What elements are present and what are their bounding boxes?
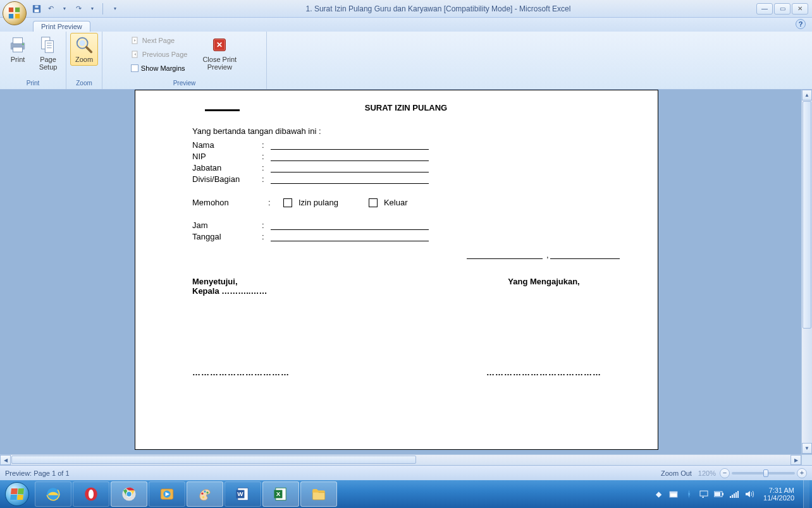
doc-intro: Yang bertanda tangan dibawah ini : [192, 126, 620, 136]
undo-dropdown-icon[interactable]: ▼ [59, 4, 70, 14]
taskbar-explorer[interactable] [300, 481, 337, 507]
svg-rect-1 [15, 8, 20, 12]
zoom-track[interactable] [732, 472, 795, 475]
scroll-down-arrow-icon[interactable]: ▼ [802, 443, 812, 454]
horizontal-scrollbar[interactable]: ◀ ▶ [0, 454, 801, 465]
windows-taskbar: W X ◆ ᚼ 7:31 AM 11/4/2020 [0, 480, 812, 508]
scroll-up-arrow-icon[interactable]: ▲ [802, 90, 812, 100]
zoom-label: Zoom [75, 56, 93, 64]
zoom-plus-button[interactable]: + [797, 468, 807, 478]
field-jam-label: Jam [192, 221, 262, 230]
svg-rect-5 [35, 9, 39, 11]
page-setup-button[interactable]: Page Setup [34, 33, 62, 73]
save-icon[interactable] [32, 4, 42, 14]
status-bar: Preview: Page 1 of 1 Zoom Out 120% − + [0, 465, 812, 480]
svg-rect-2 [9, 14, 13, 18]
field-tanggal-line [271, 233, 429, 241]
volume-icon[interactable] [744, 489, 754, 499]
svg-point-30 [201, 493, 203, 495]
field-tanggal-label: Tanggal [192, 232, 262, 241]
opt-keluar: Keluar [384, 198, 408, 207]
print-button[interactable]: Print [4, 33, 32, 66]
taskbar-word[interactable]: W [225, 481, 261, 507]
undo-icon[interactable]: ↶ [46, 4, 56, 14]
svg-point-10 [22, 44, 23, 45]
network-icon[interactable] [729, 489, 739, 499]
office-button[interactable] [3, 1, 28, 27]
svg-rect-9 [13, 47, 23, 52]
print-label: Print [11, 56, 25, 64]
scroll-left-arrow-icon[interactable]: ◀ [0, 455, 11, 465]
svg-point-27 [126, 492, 131, 496]
tray-app1-icon[interactable]: ◆ [653, 489, 663, 499]
checkbox-icon [131, 64, 138, 72]
start-button[interactable] [0, 480, 34, 508]
close-print-preview-button[interactable]: ✕ Close Print Preview [199, 33, 240, 73]
checkbox-izin-pulang [283, 198, 292, 207]
svg-text:W: W [237, 490, 243, 497]
svg-rect-44 [722, 493, 723, 495]
zoom-out-label[interactable]: Zoom Out [661, 469, 692, 477]
vscroll-thumb[interactable] [803, 101, 811, 329]
svg-rect-48 [734, 493, 735, 498]
tray-clock[interactable]: 7:31 AM 11/4/2020 [760, 487, 798, 502]
previous-page-icon [131, 50, 140, 59]
zoom-minus-button[interactable]: − [720, 468, 730, 478]
field-jabatan-label: Jabatan [192, 163, 262, 172]
scroll-right-arrow-icon[interactable]: ▶ [790, 455, 801, 465]
taskbar-chrome[interactable] [111, 481, 147, 507]
show-desktop-button[interactable] [803, 480, 809, 508]
windows-logo-icon [10, 488, 24, 500]
svg-point-24 [89, 490, 94, 499]
tray-app2-icon[interactable] [668, 489, 679, 499]
zoom-thumb[interactable] [763, 469, 768, 477]
group-preview: Next Page Previous Page Show Margins ✕ C… [102, 32, 267, 89]
print-preview-viewport: SURAT IZIN PULANG Yang bertanda tangan d… [0, 90, 812, 465]
scroll-corner [801, 454, 812, 465]
svg-point-32 [206, 492, 208, 493]
svg-rect-42 [700, 491, 708, 496]
redo-icon[interactable]: ↷ [73, 4, 83, 14]
doc-title: SURAT IZIN PULANG [192, 103, 620, 112]
zoom-percent[interactable]: 120% [698, 469, 716, 477]
svg-rect-6 [35, 5, 38, 8]
zoom-slider[interactable]: − + [720, 468, 807, 478]
redo-dropdown-icon[interactable]: ▼ [87, 4, 97, 14]
action-center-icon[interactable] [699, 489, 709, 499]
svg-text:X: X [276, 490, 281, 497]
svg-rect-46 [730, 496, 731, 498]
ie-icon [45, 486, 61, 502]
close-window-button[interactable]: ✕ [792, 3, 808, 15]
show-margins-checkbox[interactable]: Show Margins [128, 62, 190, 75]
tab-print-preview[interactable]: Print Preview [33, 21, 90, 32]
taskbar-opera[interactable] [73, 481, 109, 507]
svg-point-33 [202, 496, 204, 498]
taskbar-paint[interactable] [187, 481, 223, 507]
minimize-button[interactable]: — [756, 3, 773, 15]
field-nama-line [271, 141, 429, 150]
maximize-button[interactable]: ▭ [774, 3, 790, 15]
svg-point-17 [80, 40, 85, 46]
zoom-button[interactable]: Zoom [70, 33, 98, 66]
field-memohon-label: Memohon [192, 198, 262, 207]
dots-left: …………………………… [192, 368, 290, 377]
svg-point-31 [204, 490, 206, 492]
previous-page-button: Previous Page [128, 48, 190, 61]
hscroll-thumb[interactable] [11, 456, 416, 464]
sign-right: Yang Mengajukan, [468, 277, 620, 286]
word-icon: W [235, 486, 251, 502]
battery-icon[interactable] [714, 489, 724, 499]
taskbar-media-player[interactable] [149, 481, 185, 507]
window-title: 1. Surat Izin Pulang Guru dan Karyawan [… [120, 4, 756, 13]
group-zoom: Zoom Zoom [66, 32, 102, 89]
taskbar-excel[interactable]: X [262, 481, 299, 507]
help-button[interactable]: ? [796, 19, 806, 29]
opt-izin-pulang: Izin pulang [298, 198, 338, 207]
sign-left-1: Menyetujui, [192, 277, 267, 286]
qat-customize-icon[interactable]: ▾ [110, 4, 120, 14]
vertical-scrollbar[interactable]: ▲ ▼ [801, 90, 812, 454]
bluetooth-icon[interactable]: ᚼ [684, 489, 694, 499]
svg-rect-41 [670, 492, 677, 493]
opera-icon [83, 486, 99, 502]
taskbar-ie[interactable] [35, 481, 71, 507]
